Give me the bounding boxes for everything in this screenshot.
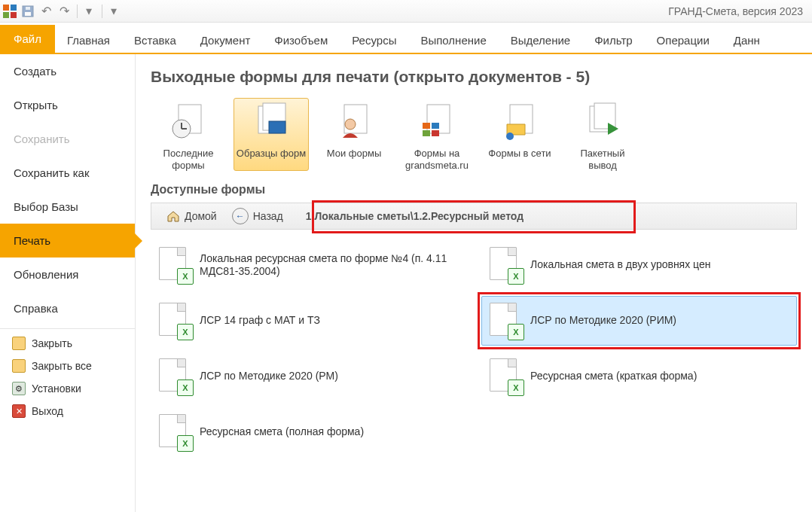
tab-physvolume[interactable]: Физобъем bbox=[262, 26, 340, 53]
crumb-home-label: Домой bbox=[185, 210, 217, 222]
form-label: Локальная смета в двух уровнях цен bbox=[530, 258, 710, 272]
tool-batch-output[interactable]: Пакетный вывод bbox=[565, 98, 640, 171]
form-label: Локальная ресурсная смета по форме №4 (п… bbox=[200, 252, 458, 279]
tool-label: Формы в сети bbox=[488, 148, 551, 159]
tab-filter[interactable]: Фильтр bbox=[582, 26, 644, 53]
svg-rect-16 bbox=[427, 105, 450, 133]
batch-icon bbox=[580, 101, 625, 143]
tab-data[interactable]: Данн bbox=[722, 26, 772, 53]
excel-file-icon: X bbox=[159, 358, 191, 395]
form-item[interactable]: X Локальная смета в двух уровнях цен bbox=[481, 240, 797, 290]
tool-my-forms[interactable]: Мои формы bbox=[316, 98, 392, 171]
sidebar-item-choose-db[interactable]: Выбор Базы bbox=[0, 190, 135, 224]
crumb-back-label: Назад bbox=[253, 210, 283, 222]
excel-file-icon: X bbox=[490, 247, 521, 283]
back-arrow-icon: ← bbox=[232, 208, 249, 224]
breadcrumb-bar: Домой ← Назад 1.Локальные сметы\1.2.Ресу… bbox=[151, 203, 797, 230]
sidebar-item-save: Сохранить bbox=[0, 122, 135, 156]
svg-rect-24 bbox=[594, 103, 615, 129]
svg-rect-3 bbox=[11, 12, 17, 18]
sidebar-item-open[interactable]: Открыть bbox=[0, 88, 135, 122]
form-item[interactable]: X ЛСР по Методике 2020 (РМ) bbox=[151, 352, 466, 401]
app-title: ГРАНД-Смета, версия 2023 bbox=[668, 5, 809, 17]
svg-rect-6 bbox=[26, 7, 30, 10]
ribbon-tabs: Файл Главная Вставка Документ Физобъем Р… bbox=[0, 23, 812, 54]
backstage-sidebar: Создать Открыть Сохранить Сохранить как … bbox=[0, 54, 136, 512]
svg-rect-13 bbox=[269, 121, 285, 133]
sidebar-item-label: Выход bbox=[32, 405, 63, 417]
app-icon bbox=[3, 5, 17, 18]
sidebar-item-help[interactable]: Справка bbox=[0, 291, 135, 325]
undo-icon[interactable]: ↶ bbox=[38, 3, 54, 20]
crumb-back-button[interactable]: ← Назад bbox=[224, 208, 291, 224]
sidebar-separator bbox=[0, 328, 135, 329]
sidebar-item-updates[interactable]: Обновления bbox=[0, 258, 135, 291]
tab-insert[interactable]: Вставка bbox=[122, 26, 188, 53]
crumb-path: 1.Локальные сметы\1.2.Ресурсный метод bbox=[306, 210, 524, 222]
svg-rect-5 bbox=[25, 12, 31, 16]
tab-execution[interactable]: Выполнение bbox=[408, 26, 498, 53]
svg-rect-2 bbox=[3, 12, 9, 18]
form-label: ЛСР 14 граф с МАТ и ТЗ bbox=[200, 314, 320, 328]
tool-grandsmeta-forms[interactable]: Формы на grandsmeta.ru bbox=[399, 98, 475, 171]
sidebar-item-print[interactable]: Печать bbox=[0, 224, 135, 258]
svg-point-22 bbox=[506, 133, 514, 140]
folders-icon bbox=[12, 359, 26, 373]
svg-rect-0 bbox=[3, 5, 9, 11]
tab-resources[interactable]: Ресурсы bbox=[340, 26, 408, 53]
tab-document[interactable]: Документ bbox=[188, 26, 263, 53]
web-page-icon bbox=[414, 101, 459, 143]
form-label: ЛСР по Методике 2020 (РИМ) bbox=[530, 314, 676, 328]
qat-dropdown-icon[interactable]: ▾ bbox=[81, 3, 97, 20]
quick-access-toolbar: ↶ ↷ ▾ ▾ ГРАНД-Смета, версия 2023 bbox=[0, 0, 812, 23]
excel-file-icon: X bbox=[159, 303, 191, 339]
tool-recent-forms[interactable]: Последние формы bbox=[151, 98, 226, 171]
sidebar-item-close-all[interactable]: Закрыть все bbox=[0, 355, 135, 377]
form-item-selected[interactable]: X ЛСР по Методике 2020 (РИМ) bbox=[481, 296, 797, 346]
backstage-content: Выходные формы для печати (открыто докум… bbox=[136, 54, 812, 512]
tool-network-forms[interactable]: Формы в сети bbox=[482, 98, 557, 171]
svg-rect-17 bbox=[423, 123, 430, 129]
form-item[interactable]: X Ресурсная смета (полная форма) bbox=[151, 407, 466, 457]
sidebar-item-label: Закрыть bbox=[32, 337, 72, 349]
tab-home[interactable]: Главная bbox=[55, 26, 122, 53]
tool-label: Образцы форм bbox=[237, 148, 306, 159]
tool-sample-forms[interactable]: Образцы форм bbox=[234, 98, 309, 171]
svg-point-15 bbox=[345, 119, 356, 130]
crumb-home-button[interactable]: Домой bbox=[159, 210, 224, 222]
excel-file-icon: X bbox=[159, 414, 191, 450]
form-item[interactable]: X Ресурсная смета (краткая форма) bbox=[481, 352, 797, 401]
forms-grid: X Локальная ресурсная смета по форме №4 … bbox=[151, 240, 797, 457]
svg-rect-18 bbox=[432, 123, 439, 129]
close-icon: ✕ bbox=[12, 404, 26, 418]
sidebar-item-create[interactable]: Создать bbox=[0, 54, 135, 88]
excel-file-icon: X bbox=[159, 247, 191, 283]
form-item[interactable]: X ЛСР 14 граф с МАТ и ТЗ bbox=[151, 296, 466, 346]
svg-rect-19 bbox=[423, 130, 430, 136]
form-item[interactable]: X Локальная ресурсная смета по форме №4 … bbox=[151, 240, 466, 290]
sidebar-item-settings[interactable]: ⚙ Установки bbox=[0, 377, 135, 400]
tab-selection[interactable]: Выделение bbox=[499, 26, 582, 53]
sidebar-item-label: Закрыть все bbox=[32, 360, 92, 372]
form-label: ЛСР по Методике 2020 (РМ) bbox=[200, 370, 338, 383]
save-icon[interactable] bbox=[20, 3, 36, 20]
templates-icon bbox=[249, 101, 294, 143]
tab-file[interactable]: Файл bbox=[0, 25, 55, 53]
qat-divider bbox=[77, 5, 78, 18]
form-source-toolbar: Последние формы Образцы форм Мои формы Ф… bbox=[151, 98, 797, 171]
sidebar-item-close[interactable]: Закрыть bbox=[0, 332, 135, 355]
tool-label: Формы на grandsmeta.ru bbox=[405, 148, 469, 171]
qat-more-icon[interactable]: ▾ bbox=[105, 3, 122, 20]
home-icon bbox=[166, 210, 180, 222]
gear-icon: ⚙ bbox=[12, 382, 26, 395]
tab-operations[interactable]: Операции bbox=[645, 26, 722, 53]
tool-label: Мои формы bbox=[327, 148, 382, 159]
clock-page-icon bbox=[166, 101, 211, 143]
redo-icon[interactable]: ↷ bbox=[56, 3, 72, 20]
sidebar-item-save-as[interactable]: Сохранить как bbox=[0, 156, 135, 190]
folder-icon bbox=[12, 337, 26, 350]
network-folder-icon bbox=[497, 101, 542, 143]
page-title: Выходные формы для печати (открыто докум… bbox=[151, 68, 797, 86]
svg-rect-20 bbox=[432, 130, 439, 136]
sidebar-item-exit[interactable]: ✕ Выход bbox=[0, 400, 135, 422]
